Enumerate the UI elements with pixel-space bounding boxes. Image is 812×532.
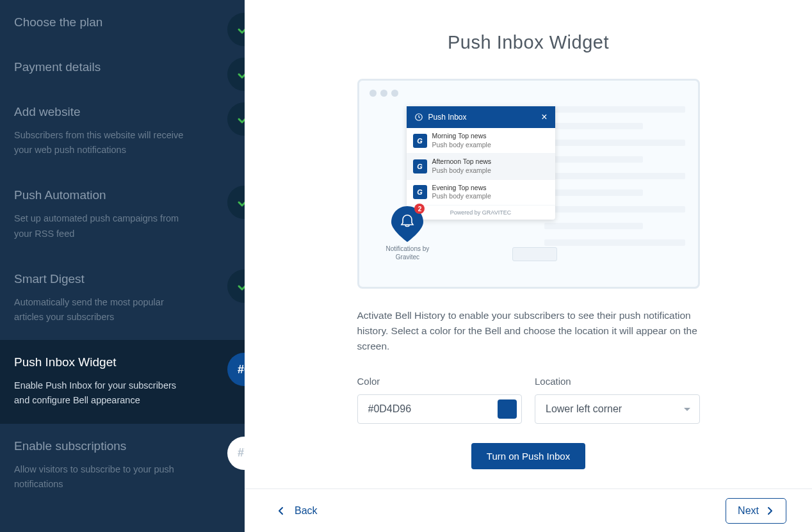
next-label: Next (738, 505, 759, 517)
bell-caption: Notifications by Gravitec (386, 245, 430, 261)
check-icon (227, 270, 245, 303)
step-desc: Enable Push Inbox for your subscribers a… (14, 378, 193, 408)
inbox-item: G Afternoon Top news Push body example (407, 154, 555, 179)
step-choose-plan[interactable]: Choose the plan (0, 0, 245, 45)
step-add-website[interactable]: Add website Subscribers from this websit… (0, 90, 245, 173)
inbox-item: G Morning Top news Push body example (407, 128, 555, 154)
step-title: Choose the plan (14, 15, 229, 29)
back-button[interactable]: Back (277, 505, 318, 517)
step-push-automation[interactable]: Push Automation Set up automated push ca… (0, 173, 245, 256)
wizard-sidebar: Choose the plan Payment details Add webs… (0, 0, 245, 532)
page-description: Activate Bell History to enable your sub… (357, 308, 700, 354)
inbox-item-body: Push body example (432, 192, 491, 201)
step-title: Enable subscriptions (14, 439, 229, 453)
app-logo-icon: G (413, 185, 427, 199)
inbox-item-title: Evening Top news (432, 184, 491, 193)
step-desc: Set up automated push campaigns from you… (14, 211, 193, 241)
inbox-title: Push Inbox (428, 113, 467, 122)
step-enable-subscriptions[interactable]: Enable subscriptions Allow visitors to s… (0, 424, 245, 507)
inbox-item-title: Afternoon Top news (432, 157, 492, 166)
step-title: Add website (14, 105, 229, 119)
check-icon (227, 102, 245, 136)
bell-widget: 2 Notifications by Gravitec (386, 206, 430, 261)
app-logo-icon: G (413, 134, 427, 148)
location-select[interactable]: Lower left corner (535, 394, 700, 424)
step-number-badge: #6 (227, 353, 245, 386)
push-inbox-popup: Push Inbox × G Morning Top news Push bod… (407, 106, 555, 220)
main-panel: Push Inbox Widget (245, 0, 812, 532)
step-title: Smart Digest (14, 272, 229, 286)
button-placeholder (512, 247, 557, 261)
step-smart-digest[interactable]: Smart Digest Automatically send the most… (0, 257, 245, 340)
check-icon (227, 13, 245, 46)
wizard-footer: Back Next (245, 488, 812, 532)
inbox-item: G Evening Top news Push body example (407, 180, 555, 206)
step-number-badge: #7 (227, 437, 245, 470)
inbox-item-body: Push body example (432, 166, 492, 175)
chevron-right-icon (765, 506, 774, 515)
chevron-down-icon (683, 405, 691, 413)
check-icon (227, 58, 245, 91)
window-dots-icon (369, 90, 398, 97)
step-push-inbox-widget[interactable]: Push Inbox Widget Enable Push Inbox for … (0, 340, 245, 423)
back-label: Back (295, 505, 318, 517)
inbox-header: Push Inbox × (407, 106, 555, 128)
step-desc: Subscribers from this website will recei… (14, 128, 193, 157)
step-payment-details[interactable]: Payment details (0, 45, 245, 90)
text-placeholder-lines (544, 106, 685, 256)
color-swatch[interactable] (498, 399, 517, 419)
next-button[interactable]: Next (726, 498, 786, 524)
app-logo-icon: G (413, 159, 427, 173)
turn-on-push-inbox-button[interactable]: Turn on Push Inbox (471, 443, 585, 469)
step-title: Push Automation (14, 188, 229, 202)
check-icon (227, 186, 245, 219)
clock-icon (414, 113, 423, 122)
inbox-item-body: Push body example (432, 141, 491, 150)
step-desc: Automatically send the most popular arti… (14, 295, 193, 325)
inbox-item-title: Morning Top news (432, 132, 491, 141)
widget-preview: Push Inbox × G Morning Top news Push bod… (357, 79, 700, 289)
page-title: Push Inbox Widget (302, 32, 754, 53)
step-desc: Allow visitors to subscribe to your push… (14, 462, 193, 492)
location-label: Location (535, 376, 700, 387)
color-label: Color (357, 376, 523, 387)
close-icon: × (541, 111, 547, 123)
chevron-left-icon (277, 506, 286, 515)
step-title: Push Inbox Widget (14, 355, 229, 369)
location-select-value[interactable]: Lower left corner (535, 394, 700, 424)
step-title: Payment details (14, 60, 229, 74)
